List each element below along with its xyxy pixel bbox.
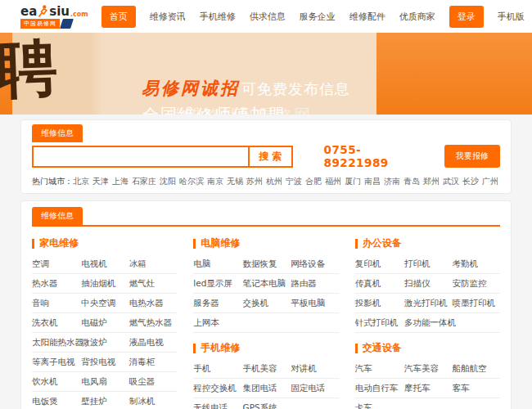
category-item[interactable]: 制冰机 <box>129 396 178 407</box>
search-button[interactable]: 搜 索 <box>248 147 291 166</box>
category-item[interactable]: 平板电脑 <box>291 298 339 309</box>
category-item[interactable]: 船舶航空 <box>452 363 500 375</box>
section-title[interactable]: 手机维修 <box>193 333 338 359</box>
category-item[interactable]: 交换机 <box>243 298 291 309</box>
category-item[interactable]: 消毒柜 <box>129 357 178 368</box>
category-item[interactable]: 笔记本电脑 <box>243 278 291 290</box>
category-item[interactable]: 热水器 <box>32 278 81 290</box>
category-item[interactable]: 手机 <box>193 363 242 375</box>
category-item[interactable]: 汽车美容 <box>404 363 453 375</box>
category-item[interactable]: 壁挂炉 <box>81 396 129 407</box>
category-item[interactable]: 手机美容 <box>243 363 291 375</box>
category-item[interactable]: 中央空调 <box>81 298 129 309</box>
category-item[interactable]: 电动自行车 <box>355 383 404 394</box>
category-item[interactable]: 背投电视 <box>81 357 129 368</box>
city-link[interactable]: 杭州 <box>266 177 282 186</box>
category-item[interactable]: 空调 <box>32 258 81 270</box>
category-item[interactable]: 电饭煲 <box>32 396 81 407</box>
city-link[interactable]: 青岛 <box>404 177 420 186</box>
nav-item-quality-merchants[interactable]: 优质商家 <box>399 11 435 23</box>
category-item[interactable]: 吸尘器 <box>129 376 178 388</box>
category-item[interactable]: 安防监控 <box>452 278 500 290</box>
category-item[interactable]: 投影机 <box>355 298 404 309</box>
category-item[interactable]: 冰箱 <box>129 258 178 270</box>
category-item[interactable]: 汽车 <box>355 363 404 375</box>
city-link[interactable]: 厦门 <box>345 177 361 186</box>
nav-item-supply-demand[interactable]: 供求信息 <box>250 11 286 23</box>
section-title[interactable]: 家电维修 <box>32 228 177 254</box>
city-link[interactable]: 郑州 <box>423 177 440 186</box>
request-repair-button[interactable]: 我要报修 <box>444 145 500 168</box>
category-item[interactable]: 电脑 <box>193 258 242 270</box>
nav-item-repair-parts[interactable]: 维修配件 <box>349 11 385 23</box>
search-input[interactable] <box>34 147 248 166</box>
category-item[interactable]: 洗衣机 <box>32 317 81 329</box>
category-item[interactable]: 对讲机 <box>291 363 339 375</box>
site-logo[interactable]: ea siu .com 中国易修网 <box>20 5 88 29</box>
category-item[interactable]: 电风扇 <box>81 376 129 388</box>
category-item[interactable]: 燃气热水器 <box>129 317 178 329</box>
nav-item-mobile-version[interactable]: 手机版 <box>498 11 525 23</box>
category-item[interactable]: 路由器 <box>291 278 339 290</box>
category-item[interactable]: 激光打印机 <box>404 298 453 309</box>
nav-item-repair-news[interactable]: 维修资讯 <box>150 11 186 23</box>
category-item[interactable]: 固定电话 <box>291 383 339 394</box>
category-item[interactable]: 考勤机 <box>452 258 500 270</box>
category-item[interactable]: 电热水器 <box>129 298 178 309</box>
listing-tab-repair-info[interactable]: 维修信息 <box>32 207 83 225</box>
category-item[interactable]: 太阳能热水器 <box>32 337 81 348</box>
city-link[interactable]: 武汉 <box>443 177 459 186</box>
category-item[interactable]: 摩托车 <box>404 383 453 394</box>
category-item[interactable]: 服务器 <box>193 298 242 309</box>
category-item[interactable]: 传真机 <box>355 278 404 290</box>
category-item[interactable]: 等离子电视 <box>32 357 81 368</box>
category-item[interactable]: 燃气灶 <box>129 278 178 290</box>
city-link[interactable]: 福州 <box>325 177 341 186</box>
category-item[interactable]: 上网本 <box>193 317 242 329</box>
category-item[interactable]: led显示屏 <box>193 278 242 290</box>
category-item[interactable]: 饮水机 <box>32 376 81 388</box>
category-item[interactable]: 客车 <box>452 383 500 394</box>
category-item[interactable]: 针式打印机 <box>355 317 404 329</box>
category-item[interactable]: 卡车 <box>355 402 404 409</box>
category-item[interactable]: 多功能一体机 <box>404 317 453 329</box>
section-title[interactable]: 交通设备 <box>355 333 500 359</box>
category-item[interactable]: 微波炉 <box>81 337 129 348</box>
category-item[interactable]: 无线电话 <box>193 402 242 409</box>
category-item[interactable]: 网络设备 <box>291 258 339 270</box>
city-link[interactable]: 无锡 <box>227 177 243 186</box>
city-link[interactable]: 天津 <box>92 177 109 186</box>
category-item[interactable]: 电视机 <box>81 258 129 270</box>
city-link[interactable]: 苏州 <box>246 177 263 186</box>
section-title[interactable]: 电脑维修 <box>193 228 338 254</box>
category-item[interactable]: 液晶电视 <box>129 337 178 348</box>
city-link[interactable]: 北京 <box>73 177 89 186</box>
category-item[interactable]: 集团电话 <box>243 383 291 394</box>
city-link[interactable]: 石家庄 <box>132 177 156 186</box>
city-link[interactable]: 长沙 <box>462 177 479 186</box>
category-item[interactable]: 抽油烟机 <box>81 278 129 290</box>
category-item[interactable]: 数据恢复 <box>243 258 291 270</box>
city-link[interactable]: 南昌 <box>364 177 381 186</box>
category-item[interactable]: 电磁炉 <box>81 317 129 329</box>
city-link[interactable]: 合肥 <box>305 177 322 186</box>
city-link[interactable]: 沈阳 <box>160 177 176 186</box>
city-link[interactable]: 宁波 <box>286 177 302 186</box>
category-item[interactable]: 音响 <box>32 298 81 309</box>
category-item[interactable]: 喷墨打印机 <box>452 298 500 309</box>
city-link[interactable]: 广州 <box>482 177 498 186</box>
nav-item-service-companies[interactable]: 服务企业 <box>300 11 336 23</box>
category-item[interactable]: 打印机 <box>404 258 453 270</box>
promo-banner[interactable]: 聘 找维修就到易修网 易修网诚招 可免费发布信息 全国维修师傅加盟 详情查看 <box>0 33 532 115</box>
category-item[interactable]: GPS系统 <box>243 402 291 409</box>
section-title[interactable]: 办公设备 <box>355 228 500 254</box>
nav-item-login[interactable]: 登录 <box>449 6 484 28</box>
nav-item-phone-repair[interactable]: 手机维修 <box>200 11 236 23</box>
search-tab-repair-info[interactable]: 维修信息 <box>32 124 83 142</box>
category-item[interactable]: 复印机 <box>355 258 404 270</box>
category-item[interactable]: 扫描仪 <box>404 278 453 290</box>
category-item[interactable]: 程控交换机 <box>193 383 242 394</box>
city-link[interactable]: 南京 <box>207 177 223 186</box>
nav-item-home[interactable]: 首页 <box>101 6 136 28</box>
city-link[interactable]: 上海 <box>112 177 128 186</box>
